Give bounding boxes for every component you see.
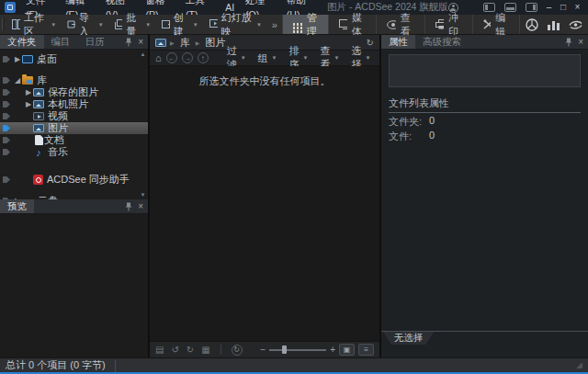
- tree-scrollbar[interactable]: ▲ ▼: [139, 51, 147, 198]
- detail-view-button[interactable]: ≡: [358, 344, 374, 356]
- tree-item-sync-assistant[interactable]: ACDSee 同步助手: [0, 174, 148, 186]
- zoom-out-icon[interactable]: −: [260, 345, 266, 355]
- create-button[interactable]: 创建 ▼: [156, 15, 203, 34]
- tree-item-local-photos[interactable]: ▶ 本机照片: [0, 98, 148, 110]
- filmstrip-icon[interactable]: ▦: [201, 346, 209, 355]
- dashboard-icon[interactable]: [526, 18, 538, 31]
- close-button[interactable]: ×: [571, 0, 584, 15]
- home-icon[interactable]: ⌂: [155, 53, 162, 63]
- layout-bottom-pane-icon[interactable]: [504, 3, 516, 12]
- view-eye-icon: [387, 20, 396, 29]
- mode-print-label: 冲印: [448, 11, 462, 39]
- user-account-icon[interactable]: [448, 3, 458, 13]
- easy-select-marker[interactable]: [3, 113, 10, 119]
- forward-icon[interactable]: →: [182, 52, 193, 63]
- pictures-icon: [33, 88, 44, 96]
- acdsee-365-eye-icon[interactable]: [569, 19, 582, 29]
- toolbar-overflow-button[interactable]: »: [267, 15, 282, 34]
- manage-grid-icon: [293, 23, 295, 26]
- scroll-up-icon[interactable]: ▲: [141, 51, 146, 57]
- tree-item-music[interactable]: ♪ 音乐: [0, 146, 148, 158]
- pin-icon[interactable]: [125, 202, 132, 211]
- property-value: 0: [429, 130, 435, 143]
- easy-select-marker[interactable]: [3, 137, 10, 143]
- tab-calendar[interactable]: 日历: [78, 35, 112, 49]
- layout-left-pane-icon[interactable]: [483, 3, 495, 12]
- file-list-properties-title: 文件列表属性: [389, 96, 581, 113]
- status-divider: │: [113, 360, 119, 371]
- up-icon[interactable]: ↑: [198, 52, 209, 63]
- auto-advance-icon[interactable]: ↻: [232, 345, 243, 356]
- tree-item-pictures[interactable]: 图片: [0, 122, 148, 134]
- maximize-button[interactable]: □: [556, 0, 570, 15]
- acdsee-app-icon[interactable]: [5, 2, 16, 13]
- activity-chart-icon[interactable]: [548, 19, 560, 30]
- expander-icon[interactable]: ▶: [24, 98, 33, 110]
- batch-button[interactable]: 批量 ▼: [109, 15, 156, 34]
- tab-advanced-search[interactable]: 高级搜索: [415, 35, 469, 49]
- workspace-button[interactable]: 工作区 ▼: [6, 15, 62, 34]
- easy-select-marker-active[interactable]: [3, 125, 10, 131]
- expander-icon[interactable]: ▶: [13, 53, 22, 65]
- import-button[interactable]: 导入 ▼: [62, 15, 108, 34]
- easy-select-marker[interactable]: [3, 149, 10, 155]
- toolbar-grip[interactable]: [2, 18, 5, 30]
- empty-folder-message: 所选文件夹中没有任何项目。: [199, 75, 331, 86]
- no-selection-tab[interactable]: 无选择: [383, 332, 435, 345]
- mode-media[interactable]: 媒体: [328, 15, 376, 34]
- tree-item-documents[interactable]: 文档: [0, 134, 148, 146]
- pin-icon[interactable]: [565, 38, 572, 47]
- scroll-down-icon[interactable]: ▼: [141, 192, 146, 198]
- tab-folders-label: 文件夹: [7, 36, 37, 49]
- close-panel-icon[interactable]: ×: [578, 38, 583, 47]
- layout-right-pane-icon[interactable]: [526, 3, 537, 12]
- mode-view[interactable]: 查看: [376, 15, 424, 34]
- workspace-label: 工作区: [24, 11, 47, 39]
- easy-select-marker[interactable]: [3, 56, 10, 62]
- easy-select-marker[interactable]: [3, 101, 10, 108]
- close-panel-icon[interactable]: ×: [138, 202, 143, 211]
- tree-item-videos[interactable]: 视频: [0, 110, 148, 122]
- easy-select-marker[interactable]: [3, 198, 10, 199]
- mode-edit[interactable]: 编辑: [472, 15, 519, 34]
- easy-select-marker[interactable]: [3, 89, 10, 96]
- properties-panel: 属性 高级搜索 × 文件列表属性 文件夹: 0 文件: 0 无选择: [381, 35, 588, 357]
- group-menu[interactable]: 组▼: [254, 51, 281, 65]
- expander-icon[interactable]: ◢: [13, 74, 22, 86]
- tree-item-cloud-drive[interactable]: ▶ ☁ 云盘: [0, 195, 148, 199]
- tab-folders[interactable]: 文件夹: [0, 35, 44, 49]
- minimize-button[interactable]: –: [542, 0, 556, 15]
- redo-icon[interactable]: ↻: [187, 346, 194, 355]
- file-list-empty-area[interactable]: 所选文件夹中没有任何项目。: [150, 66, 379, 341]
- mode-print[interactable]: 冲印: [424, 15, 472, 34]
- expander-icon[interactable]: ▶: [13, 195, 22, 199]
- window-title: 图片 - ACDSee 2024 旗舰版: [327, 1, 448, 14]
- undo-icon[interactable]: ↺: [171, 346, 178, 355]
- easy-select-marker[interactable]: [3, 176, 10, 183]
- thumbnail-zoom-control: − + ▣ ≡: [260, 344, 374, 356]
- pin-icon[interactable]: [125, 38, 132, 47]
- tab-preview[interactable]: 预览: [0, 199, 34, 213]
- zoom-slider[interactable]: [269, 346, 326, 355]
- back-icon[interactable]: ←: [166, 52, 177, 63]
- selection-tab-strip: 无选择: [381, 331, 588, 345]
- tree-item-desktop[interactable]: ▶ 桌面: [0, 53, 148, 65]
- tab-properties[interactable]: 属性: [381, 35, 415, 49]
- zoom-in-icon[interactable]: +: [330, 345, 335, 355]
- resize-grip-icon[interactable]: ◢: [576, 361, 582, 369]
- breadcrumb-separator-icon: ▶: [170, 40, 175, 46]
- slideshow-icon: [209, 19, 218, 29]
- image-view-button[interactable]: ▣: [339, 344, 355, 356]
- breadcrumb-library[interactable]: 库: [178, 36, 192, 50]
- close-panel-icon[interactable]: ×: [138, 38, 143, 47]
- expander-icon[interactable]: ▶: [24, 86, 33, 98]
- document-icon: [35, 135, 43, 145]
- divider: [220, 345, 221, 355]
- tab-catalog[interactable]: 编目: [44, 35, 78, 49]
- easy-select-marker[interactable]: [3, 77, 10, 84]
- import-label: 导入: [79, 11, 94, 39]
- slideshow-button[interactable]: 幻灯放映 ▼: [204, 15, 267, 34]
- mode-manage[interactable]: 管理: [282, 15, 328, 34]
- thumbnail-options-icon[interactable]: ▤: [155, 346, 164, 355]
- zoom-slider-thumb[interactable]: [282, 346, 287, 354]
